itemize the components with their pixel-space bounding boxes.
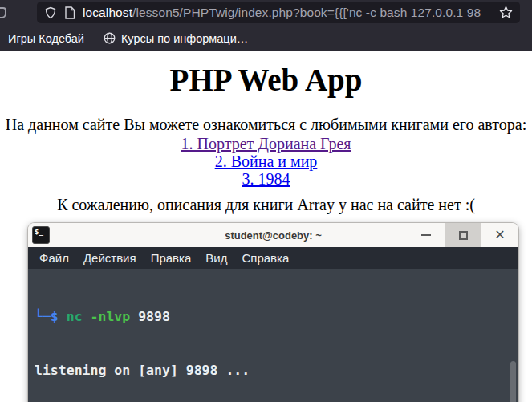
close-icon: ✕	[494, 229, 505, 242]
minimize-button[interactable]	[408, 223, 445, 247]
window-controls: ✕	[408, 223, 518, 247]
bookmark-courses[interactable]: Курсы по информаци…	[104, 32, 248, 45]
close-button[interactable]: ✕	[481, 223, 518, 247]
url-path: /lesson5/PHPTwig/index.php?book={{['nc -…	[132, 6, 481, 19]
terminal-line: listening on [any] 9898 ...	[35, 362, 518, 380]
book-link-3[interactable]: 3. 1984	[0, 170, 532, 188]
page-title: PHP Web App	[0, 63, 532, 98]
terminal-window: $_ student@codeby: ~ ✕ Файл Действия Пра…	[28, 223, 518, 402]
shield-icon[interactable]	[44, 6, 57, 19]
prompt-symbol: └─$	[35, 309, 67, 324]
browser-toolbar: localhost/lesson5/PHPTwig/index.php?book…	[0, 0, 532, 25]
toolbar-icon-fragment	[0, 7, 6, 18]
menu-edit[interactable]: Правка	[144, 251, 199, 265]
book-list: 1. Портрет Дориана Грея 2. Война и мир 3…	[0, 135, 532, 188]
globe-icon	[104, 32, 116, 44]
not-found-message: К сожалению, описания для книги Array у …	[0, 196, 532, 214]
bookmark-label: Курсы по информаци…	[121, 32, 248, 45]
prompt-port: 9898	[138, 309, 170, 324]
terminal-prompt-line: └─$ nc -nlvp 9898	[35, 308, 518, 326]
terminal-menubar: Файл Действия Правка Вид Справка	[28, 247, 518, 269]
prompt-args: -nlvp	[91, 309, 139, 324]
bookmark-label: Игры Кодебай	[8, 32, 84, 45]
terminal-titlebar[interactable]: $_ student@codeby: ~ ✕	[28, 223, 518, 247]
book-link-2[interactable]: 2. Война и мир	[0, 152, 532, 170]
bookmark-star-icon[interactable]	[499, 6, 513, 19]
minimize-icon	[421, 234, 431, 236]
browser-chrome: localhost/lesson5/PHPTwig/index.php?book…	[0, 0, 532, 51]
screen: localhost/lesson5/PHPTwig/index.php?book…	[0, 0, 532, 402]
prompt-command: nc	[67, 309, 91, 324]
menu-help[interactable]: Справка	[234, 251, 296, 265]
bookmarks-bar: Игры Кодебай Курсы по информаци…	[0, 25, 532, 51]
terminal-content[interactable]: └─$ nc -nlvp 9898 listening on [any] 989…	[28, 269, 518, 402]
menu-view[interactable]: Вид	[198, 251, 234, 265]
scrollbar-thumb[interactable]	[510, 361, 516, 402]
url-domain: localhost	[83, 6, 132, 19]
maximize-icon	[459, 231, 468, 240]
terminal-app-icon: $_	[32, 226, 50, 244]
url-text[interactable]: localhost/lesson5/PHPTwig/index.php?book…	[83, 6, 492, 20]
url-bar[interactable]: localhost/lesson5/PHPTwig/index.php?book…	[37, 2, 520, 23]
maximize-button[interactable]	[445, 223, 481, 247]
bookmark-games[interactable]: Игры Кодебай	[8, 32, 84, 45]
menu-file[interactable]: Файл	[32, 251, 76, 265]
page-icon[interactable]	[64, 6, 75, 19]
intro-text: На данном сайте Вы можете ознакомиться с…	[0, 116, 532, 134]
menu-actions[interactable]: Действия	[76, 251, 144, 265]
book-link-1[interactable]: 1. Портрет Дориана Грея	[0, 135, 532, 152]
